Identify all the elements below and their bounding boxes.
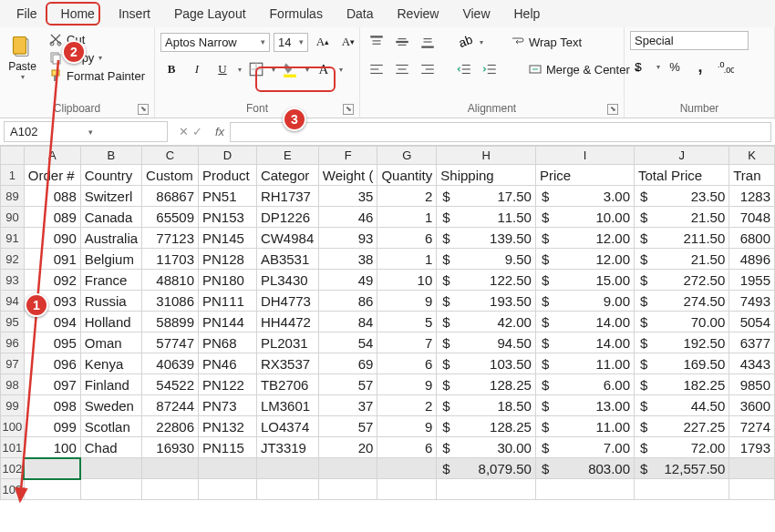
cell[interactable]: 7 <box>377 332 437 353</box>
cell[interactable]: 12,557.50 <box>635 458 729 479</box>
cell[interactable]: 122.50 <box>437 270 536 291</box>
cell[interactable]: 10 <box>377 270 437 291</box>
cell[interactable]: RX3537 <box>256 353 318 374</box>
cell[interactable]: 44.50 <box>635 395 729 416</box>
cell[interactable]: PN144 <box>199 312 257 332</box>
cell[interactable] <box>256 479 318 500</box>
cell[interactable]: 4343 <box>729 353 775 374</box>
col-header-F[interactable]: F <box>318 147 377 165</box>
increase-font-button[interactable]: A▴ <box>312 31 334 53</box>
cell[interactable]: 13.00 <box>535 395 634 416</box>
cell[interactable]: 86 <box>318 291 377 312</box>
cell[interactable]: 1793 <box>729 437 775 458</box>
cell[interactable]: DP1226 <box>256 207 318 228</box>
cell[interactable]: 35 <box>318 186 377 207</box>
cell[interactable]: 274.50 <box>635 291 729 312</box>
align-middle-button[interactable] <box>391 31 413 53</box>
cell[interactable]: 84 <box>318 312 377 332</box>
column-title[interactable]: Country <box>80 165 141 186</box>
column-title[interactable]: Shipping <box>437 165 536 186</box>
cell[interactable]: 3600 <box>729 395 775 416</box>
borders-button[interactable] <box>245 58 267 80</box>
cell[interactable]: 1 <box>377 249 437 270</box>
fill-color-button[interactable] <box>279 58 301 80</box>
cell[interactable]: 9 <box>377 291 437 312</box>
column-title[interactable]: Categor <box>256 165 318 186</box>
cell[interactable]: 5054 <box>729 312 775 332</box>
cell[interactable]: 11.00 <box>535 416 634 437</box>
cell[interactable]: AB3531 <box>256 249 318 270</box>
cell[interactable]: PN73 <box>199 395 257 416</box>
cell[interactable]: 092 <box>24 270 80 291</box>
cell[interactable] <box>318 458 377 479</box>
cut-button[interactable]: Cut <box>45 31 149 47</box>
cell[interactable]: 2 <box>377 395 437 416</box>
cell[interactable]: Switzerl <box>80 186 141 207</box>
menu-page-layout[interactable]: Page Layout <box>163 3 257 25</box>
row-header[interactable]: 93 <box>1 270 25 291</box>
decrease-font-button[interactable]: A▾ <box>337 31 359 53</box>
menu-file[interactable]: File <box>5 3 48 25</box>
comma-button[interactable]: , <box>689 56 711 77</box>
cell[interactable]: 139.50 <box>437 228 536 249</box>
dialog-launcher-icon[interactable]: ⬊ <box>138 104 149 115</box>
cell[interactable]: 42.00 <box>437 312 536 332</box>
cell[interactable]: Belgium <box>80 249 141 270</box>
row-header[interactable]: 100 <box>1 416 25 437</box>
decrease-indent-button[interactable] <box>453 58 475 80</box>
cell[interactable] <box>535 479 634 500</box>
cell[interactable]: 6800 <box>729 228 775 249</box>
cell[interactable]: LM3601 <box>256 395 318 416</box>
cell[interactable]: 11703 <box>142 249 199 270</box>
cell[interactable]: Scotlan <box>80 416 141 437</box>
cell[interactable]: 7.00 <box>535 437 634 458</box>
cell[interactable]: Holland <box>80 312 141 332</box>
cell[interactable] <box>437 479 536 500</box>
row-header[interactable]: 101 <box>1 437 25 458</box>
cell[interactable]: Canada <box>80 207 141 228</box>
cell[interactable]: PN180 <box>199 270 257 291</box>
cell[interactable]: 48810 <box>142 270 199 291</box>
cell[interactable]: 091 <box>24 249 80 270</box>
cell[interactable]: 192.50 <box>635 332 729 353</box>
cell[interactable]: 6 <box>377 228 437 249</box>
dialog-launcher-icon[interactable]: ⬊ <box>607 104 618 115</box>
cell[interactable]: HH4472 <box>256 312 318 332</box>
cell[interactable]: Oman <box>80 332 141 353</box>
cell[interactable]: 9.50 <box>437 249 536 270</box>
menu-view[interactable]: View <box>451 3 501 25</box>
row-header[interactable]: 1 <box>1 165 25 186</box>
cell[interactable]: PN111 <box>199 291 257 312</box>
cell[interactable]: 57 <box>318 374 377 395</box>
select-all-corner[interactable] <box>1 147 25 165</box>
col-header-I[interactable]: I <box>535 147 634 165</box>
cell[interactable]: 9 <box>377 374 437 395</box>
cell[interactable] <box>256 458 318 479</box>
column-title[interactable]: Weight ( <box>318 165 377 186</box>
cell[interactable]: 23.50 <box>635 186 729 207</box>
cell[interactable]: 49 <box>318 270 377 291</box>
cell[interactable]: 58899 <box>142 312 199 332</box>
underline-button[interactable]: U <box>212 58 233 80</box>
orientation-button[interactable]: ab <box>453 31 475 53</box>
cell[interactable]: 095 <box>24 332 80 353</box>
cell[interactable]: 099 <box>24 416 80 437</box>
col-header-E[interactable]: E <box>256 147 318 165</box>
cell[interactable] <box>377 479 437 500</box>
col-header-J[interactable]: J <box>635 147 729 165</box>
cell[interactable]: 1 <box>377 207 437 228</box>
cell[interactable]: 4896 <box>729 249 775 270</box>
italic-button[interactable]: I <box>186 58 208 80</box>
cell[interactable]: 803.00 <box>535 458 634 479</box>
cell[interactable]: 11.00 <box>535 353 634 374</box>
cell[interactable]: France <box>80 270 141 291</box>
cell[interactable]: 65509 <box>142 207 199 228</box>
cell[interactable]: 18.50 <box>437 395 536 416</box>
cell[interactable]: TB2706 <box>256 374 318 395</box>
row-header[interactable]: 102 <box>1 458 25 479</box>
menu-help[interactable]: Help <box>503 3 552 25</box>
cell[interactable] <box>142 458 199 479</box>
cell[interactable]: 37 <box>318 395 377 416</box>
cell[interactable]: 30.00 <box>437 437 536 458</box>
cell[interactable]: PN145 <box>199 228 257 249</box>
